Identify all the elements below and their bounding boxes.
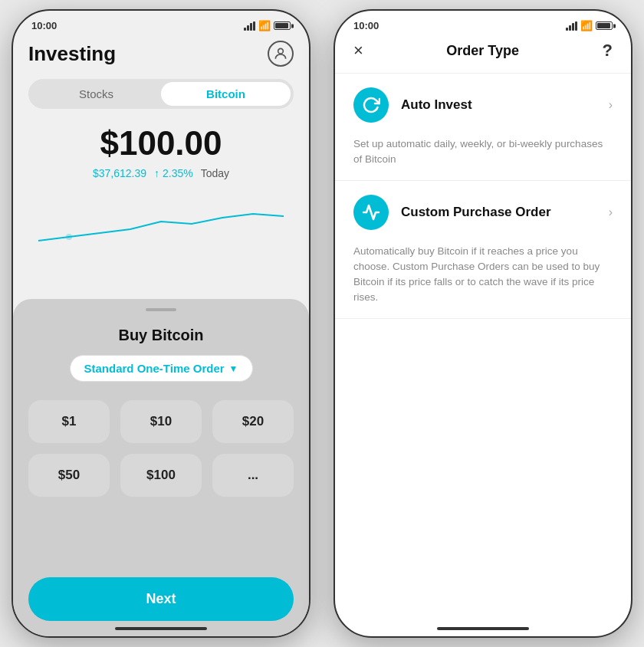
svg-point-0 <box>278 48 284 54</box>
investing-title: Investing <box>28 42 116 66</box>
auto-invest-option: Auto Invest › Set up automatic daily, we… <box>335 74 631 180</box>
chart-area <box>28 195 294 256</box>
status-bar-left: 10:00 📶 <box>13 11 309 34</box>
close-button[interactable]: × <box>353 41 363 61</box>
status-bar-right: 10:00 📶 <box>335 11 631 34</box>
left-phone: 10:00 📶 Investing <box>12 9 310 638</box>
sheet-title: Buy Bitcoin <box>118 327 203 344</box>
amount-btn-10[interactable]: $10 <box>120 400 202 443</box>
custom-purchase-chevron-icon: › <box>609 205 613 219</box>
price-change: ↑ 2.35% <box>154 167 193 179</box>
buy-bottom-sheet: Buy Bitcoin Standard One-Time Order ▼ $1… <box>13 299 309 636</box>
amount-grid: $1 $10 $20 $50 $100 ... <box>28 400 294 497</box>
battery-icon <box>274 21 291 30</box>
custom-purchase-row[interactable]: Custom Purchase Order › <box>353 181 613 244</box>
home-indicator-right <box>437 627 529 630</box>
tab-bitcoin[interactable]: Bitcoin <box>161 82 291 106</box>
divider-2 <box>335 318 631 319</box>
amount-btn-20[interactable]: $20 <box>212 400 294 443</box>
auto-invest-description: Set up automatic daily, weekly, or bi-we… <box>353 136 613 180</box>
wifi-icon: 📶 <box>258 20 271 31</box>
svg-point-1 <box>66 234 72 240</box>
battery-icon-right <box>596 21 613 30</box>
wifi-icon-right: 📶 <box>580 20 593 31</box>
price-details: $37,612.39 ↑ 2.35% Today <box>28 167 294 179</box>
amount-btn-50[interactable]: $50 <box>28 454 110 497</box>
order-type-selector[interactable]: Standard One-Time Order ▼ <box>70 355 253 382</box>
auto-invest-chevron-icon: › <box>609 98 613 112</box>
sheet-handle <box>146 308 176 311</box>
order-type-label: Standard One-Time Order <box>84 362 225 375</box>
auto-invest-icon <box>353 87 389 123</box>
order-type-title: Order Type <box>446 43 519 59</box>
custom-purchase-icon <box>353 195 389 230</box>
time-right: 10:00 <box>353 20 379 31</box>
btc-price: $37,612.39 <box>93 167 146 179</box>
amount-btn-100[interactable]: $100 <box>120 454 202 497</box>
right-phone: 10:00 📶 × Order Type ? <box>334 9 632 638</box>
tab-stocks[interactable]: Stocks <box>31 82 161 106</box>
portfolio-value: $100.00 <box>28 124 294 163</box>
auto-invest-row[interactable]: Auto Invest › <box>353 74 613 136</box>
status-icons-right: 📶 <box>566 20 613 31</box>
dropdown-chevron-icon: ▼ <box>229 363 238 374</box>
next-button[interactable]: Next <box>28 577 294 621</box>
auto-invest-label: Auto Invest <box>401 97 596 113</box>
period: Today <box>201 167 229 179</box>
amount-btn-1[interactable]: $1 <box>28 400 110 443</box>
home-indicator-left <box>115 627 207 630</box>
avatar-button[interactable] <box>268 41 294 67</box>
signal-icon-right <box>566 21 577 31</box>
custom-purchase-description: Automatically buy Bitcoin if it reaches … <box>353 244 613 318</box>
left-content: Investing Stocks Bitcoin $100.00 $37,612… <box>13 34 309 270</box>
custom-purchase-option: Custom Purchase Order › Automatically bu… <box>335 181 631 318</box>
investing-header: Investing <box>28 41 294 67</box>
signal-icon <box>244 21 255 31</box>
tabs-row: Stocks Bitcoin <box>28 79 294 109</box>
status-icons-left: 📶 <box>244 20 291 31</box>
amount-btn-more[interactable]: ... <box>212 454 294 497</box>
help-button[interactable]: ? <box>603 41 613 61</box>
custom-purchase-label: Custom Purchase Order <box>401 205 596 220</box>
order-type-header: × Order Type ? <box>335 34 631 74</box>
time-left: 10:00 <box>31 20 57 31</box>
